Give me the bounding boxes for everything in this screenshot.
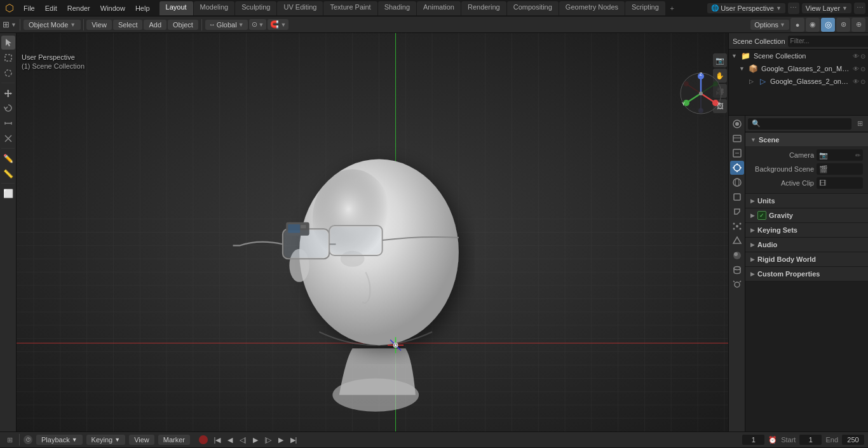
next-keyframe-btn[interactable]: |▷ [262, 434, 274, 445]
props-tab-render[interactable] [730, 117, 744, 131]
blender-logo[interactable]: ⬡ [3, 1, 17, 15]
units-section-header[interactable]: ▶ Units [745, 194, 868, 208]
tab-sculpting[interactable]: Sculpting [235, 1, 276, 15]
prev-frame-btn[interactable]: ◀ [224, 434, 236, 445]
props-tab-modifier[interactable] [730, 205, 744, 219]
outliner-row-scene-collection[interactable]: ▼ 📁 Scene Collection 👁 ⊙ [729, 50, 868, 62]
scene-section-header[interactable]: ▼ Scene [745, 132, 868, 146]
mesh-select-btn[interactable]: ⊙ [860, 78, 865, 85]
tab-modeling[interactable]: Modeling [194, 1, 235, 15]
select-menu-btn[interactable]: Select [113, 20, 143, 30]
end-frame-input[interactable]: 250 [842, 435, 864, 445]
tab-animation[interactable]: Animation [417, 1, 461, 15]
menu-file[interactable]: File [19, 3, 39, 13]
props-tab-physics[interactable] [730, 234, 744, 248]
select-circle-tool[interactable] [1, 66, 15, 80]
timeline-editor-type[interactable]: ⊞ [4, 434, 15, 445]
start-frame-input[interactable]: 1 [799, 435, 822, 445]
menu-help[interactable]: Help [131, 3, 154, 13]
props-tab-world[interactable] [730, 175, 744, 189]
rotate-tool[interactable] [1, 101, 15, 115]
tab-compositing[interactable]: Compositing [507, 1, 559, 15]
props-filter-btn[interactable]: ⊞ [854, 118, 865, 130]
viewport-shading-material[interactable]: ◉ [806, 18, 820, 32]
add-workspace-btn[interactable]: + [666, 1, 679, 15]
record-button[interactable] [199, 435, 208, 444]
props-tab-data[interactable] [730, 263, 744, 277]
add-menu-btn[interactable]: Add [144, 20, 166, 30]
jump-start-btn[interactable]: |◀ [212, 434, 223, 445]
props-tab-particles[interactable] [730, 219, 744, 233]
props-tab-scene[interactable] [730, 161, 744, 175]
tab-layout[interactable]: Layout [159, 1, 193, 15]
object-mode-btn[interactable]: Object Mode ▼ [24, 20, 81, 30]
tab-geometry-nodes[interactable]: Geometry Nodes [559, 1, 625, 15]
outliner-search-input[interactable] [788, 36, 868, 47]
view-menu-btn[interactable]: View [86, 20, 112, 30]
playback-menu-btn[interactable]: Playback ▼ [36, 435, 83, 445]
options-btn[interactable]: Options ▼ [750, 20, 789, 30]
collection-select-btn[interactable]: ⊙ [860, 53, 865, 60]
transform-btn[interactable]: ↔ Global ▼ [205, 20, 248, 30]
navigation-gizmo[interactable]: Z X Y [679, 71, 723, 116]
current-frame-input[interactable]: 1 [742, 435, 764, 445]
pivot-btn[interactable]: ⊙ ▼ [249, 19, 267, 30]
tab-scripting[interactable]: Scripting [625, 1, 665, 15]
editor-type-btn[interactable]: ⊞ ▼ [3, 20, 17, 29]
viewport-overlay-btn[interactable]: ⊛ [836, 18, 850, 32]
transform-tool[interactable] [1, 132, 15, 146]
props-tab-constraints[interactable] [730, 278, 744, 292]
glasses-select-btn[interactable]: ⊙ [860, 65, 865, 72]
viewport-camera-btn[interactable]: 📷 [713, 53, 727, 67]
snapping-btn[interactable]: 🧲 ▼ [268, 19, 288, 30]
move-tool[interactable] [1, 86, 15, 100]
menu-render[interactable]: Render [63, 3, 95, 13]
keying-menu-btn[interactable]: Keying ▼ [86, 435, 126, 445]
custom-props-header[interactable]: ▶ Custom Properties [745, 267, 868, 281]
outliner-row-glasses-mesh[interactable]: ▷ ▷ Google_Glasses_2_on_M... 👁 ⊙ [729, 75, 868, 88]
gravity-section-header[interactable]: ▶ ✓ Gravity [745, 208, 868, 222]
select-box-tool[interactable] [1, 51, 15, 65]
add-primitive-tool[interactable]: ⬜ [1, 186, 15, 200]
tab-rendering[interactable]: Rendering [461, 1, 506, 15]
marker-menu-btn[interactable]: Marker [158, 435, 190, 445]
props-tab-material[interactable] [730, 248, 744, 262]
props-tab-view-layer[interactable] [730, 146, 744, 160]
outliner-row-glasses-collection[interactable]: ▼ 📦 Google_Glasses_2_on_Manne... 👁 ⊙ [729, 62, 868, 75]
view-layer-icon-btn[interactable]: ⋯ [854, 3, 865, 14]
scene-icon-btn[interactable]: ⋯ [788, 3, 799, 14]
tab-shading[interactable]: Shading [378, 1, 416, 15]
props-tab-object[interactable] [730, 190, 744, 204]
viewport-shading-solid[interactable]: ● [790, 18, 804, 32]
next-frame-btn[interactable]: ▶ [275, 434, 287, 445]
glasses-visibility-btn[interactable]: 👁 [853, 65, 859, 72]
viewport-shading-rendered[interactable]: ◎ [821, 18, 835, 32]
menu-edit[interactable]: Edit [41, 3, 62, 13]
mesh-visibility-btn[interactable]: 👁 [853, 78, 859, 85]
scale-tool[interactable] [1, 116, 15, 130]
cursor-tool[interactable] [1, 36, 15, 50]
time-indicator-toggle[interactable]: ⏰ [768, 436, 777, 444]
prev-keyframe-btn[interactable]: ◁| [237, 434, 248, 445]
object-menu-btn[interactable]: Object [168, 20, 198, 30]
props-search-container[interactable]: 🔍 [748, 118, 851, 130]
audio-section-header[interactable]: ▶ Audio [745, 238, 868, 252]
props-tab-output[interactable] [730, 132, 744, 146]
menu-window[interactable]: Window [96, 3, 130, 13]
tab-uv-editing[interactable]: UV Editing [277, 1, 323, 15]
timeline-frame-indicator[interactable]: ⏱ [24, 435, 32, 444]
collection-visibility-btn[interactable]: 👁 [853, 53, 859, 60]
measure-tool[interactable]: 📏 [1, 166, 15, 180]
play-btn[interactable]: ▶ [250, 434, 261, 445]
camera-prop-value[interactable]: 📷 ✏ [817, 149, 863, 161]
gravity-checkbox[interactable]: ✓ [757, 211, 766, 220]
bg-scene-value[interactable]: 🎬 [817, 163, 863, 175]
jump-end-btn[interactable]: ▶| [288, 434, 299, 445]
viewport-3d[interactable]: User Perspective (1) Scene Collection 📷 … [17, 33, 728, 431]
viewport-gizmo-btn[interactable]: ⊕ [851, 18, 865, 32]
view-layer-selector[interactable]: View Layer ▼ [802, 3, 851, 13]
active-clip-value[interactable]: 🎞 [817, 177, 863, 189]
annotate-tool[interactable]: ✏️ [1, 151, 15, 165]
view-menu-tl-btn[interactable]: View [129, 435, 154, 445]
rigid-body-header[interactable]: ▶ Rigid Body World [745, 252, 868, 266]
